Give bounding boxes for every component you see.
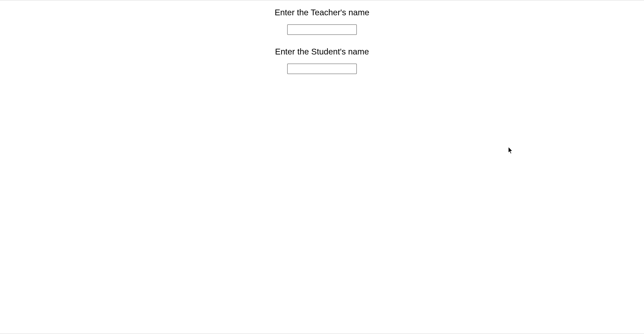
teacher-name-label: Enter the Teacher's name — [143, 8, 501, 17]
teacher-name-input[interactable] — [287, 24, 357, 35]
form-container: Enter the Teacher's name Enter the Stude… — [143, 1, 501, 86]
student-name-label: Enter the Student's name — [143, 47, 501, 56]
student-name-input[interactable] — [287, 64, 357, 74]
mouse-cursor-icon — [508, 147, 513, 154]
